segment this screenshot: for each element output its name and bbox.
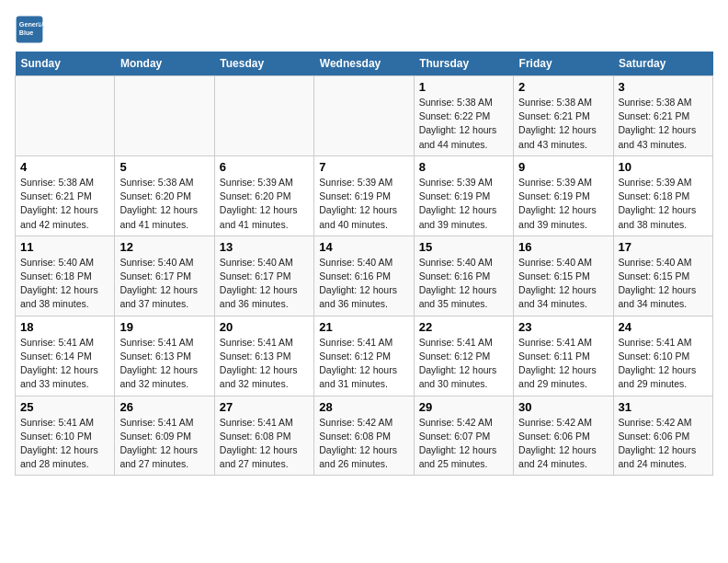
day-cell: 8Sunrise: 5:39 AM Sunset: 6:19 PM Daylig… xyxy=(414,155,513,236)
day-info: Sunrise: 5:40 AM Sunset: 6:17 PM Dayligh… xyxy=(220,257,298,310)
day-cell: 2Sunrise: 5:38 AM Sunset: 6:21 PM Daylig… xyxy=(514,76,613,156)
day-info: Sunrise: 5:38 AM Sunset: 6:21 PM Dayligh… xyxy=(20,177,98,230)
day-cell: 14Sunrise: 5:40 AM Sunset: 6:16 PM Dayli… xyxy=(314,236,414,316)
day-info: Sunrise: 5:40 AM Sunset: 6:16 PM Dayligh… xyxy=(419,257,497,310)
day-cell: 5Sunrise: 5:38 AM Sunset: 6:20 PM Daylig… xyxy=(115,155,214,236)
day-number: 26 xyxy=(119,400,209,414)
day-info: Sunrise: 5:41 AM Sunset: 6:10 PM Dayligh… xyxy=(20,417,98,470)
day-number: 2 xyxy=(518,80,608,94)
day-info: Sunrise: 5:41 AM Sunset: 6:09 PM Dayligh… xyxy=(119,417,198,470)
day-cell: 18Sunrise: 5:41 AM Sunset: 6:14 PM Dayli… xyxy=(16,316,115,396)
day-info: Sunrise: 5:41 AM Sunset: 6:14 PM Dayligh… xyxy=(20,337,98,390)
week-row-4: 18Sunrise: 5:41 AM Sunset: 6:14 PM Dayli… xyxy=(16,316,713,396)
header-cell-thursday: Thursday xyxy=(414,52,513,76)
day-info: Sunrise: 5:38 AM Sunset: 6:21 PM Dayligh… xyxy=(619,97,697,150)
day-cell: 22Sunrise: 5:41 AM Sunset: 6:12 PM Dayli… xyxy=(414,316,513,396)
day-number: 14 xyxy=(319,240,408,254)
day-cell: 3Sunrise: 5:38 AM Sunset: 6:21 PM Daylig… xyxy=(613,76,712,156)
day-info: Sunrise: 5:41 AM Sunset: 6:13 PM Dayligh… xyxy=(119,337,198,390)
day-info: Sunrise: 5:40 AM Sunset: 6:15 PM Dayligh… xyxy=(518,257,597,310)
day-number: 23 xyxy=(518,320,608,334)
svg-text:Blue: Blue xyxy=(19,29,34,37)
day-number: 9 xyxy=(518,160,608,174)
day-cell: 31Sunrise: 5:42 AM Sunset: 6:06 PM Dayli… xyxy=(613,396,712,476)
day-number: 11 xyxy=(20,240,109,254)
header-row: SundayMondayTuesdayWednesdayThursdayFrid… xyxy=(16,52,713,76)
week-row-1: 1Sunrise: 5:38 AM Sunset: 6:22 PM Daylig… xyxy=(16,76,713,156)
day-info: Sunrise: 5:42 AM Sunset: 6:06 PM Dayligh… xyxy=(619,417,697,470)
day-number: 6 xyxy=(220,160,309,174)
day-number: 21 xyxy=(319,320,408,334)
day-number: 12 xyxy=(119,240,209,254)
calendar-table: SundayMondayTuesdayWednesdayThursdayFrid… xyxy=(15,52,713,476)
day-info: Sunrise: 5:41 AM Sunset: 6:11 PM Dayligh… xyxy=(518,337,597,390)
day-info: Sunrise: 5:38 AM Sunset: 6:20 PM Dayligh… xyxy=(119,177,198,230)
day-cell: 15Sunrise: 5:40 AM Sunset: 6:16 PM Dayli… xyxy=(414,236,513,316)
day-info: Sunrise: 5:38 AM Sunset: 6:21 PM Dayligh… xyxy=(518,97,597,150)
day-number: 4 xyxy=(20,160,109,174)
day-cell: 20Sunrise: 5:41 AM Sunset: 6:13 PM Dayli… xyxy=(214,316,313,396)
day-number: 10 xyxy=(619,160,708,174)
day-number: 30 xyxy=(518,400,608,414)
day-cell xyxy=(214,76,313,156)
day-cell: 1Sunrise: 5:38 AM Sunset: 6:22 PM Daylig… xyxy=(414,76,513,156)
day-cell: 23Sunrise: 5:41 AM Sunset: 6:11 PM Dayli… xyxy=(514,316,613,396)
day-info: Sunrise: 5:41 AM Sunset: 6:12 PM Dayligh… xyxy=(419,337,497,390)
day-cell: 24Sunrise: 5:41 AM Sunset: 6:10 PM Dayli… xyxy=(613,316,712,396)
day-cell: 17Sunrise: 5:40 AM Sunset: 6:15 PM Dayli… xyxy=(613,236,712,316)
header-cell-wednesday: Wednesday xyxy=(314,52,414,76)
day-cell xyxy=(115,76,214,156)
day-cell xyxy=(314,76,414,156)
day-number: 29 xyxy=(419,400,508,414)
header-cell-tuesday: Tuesday xyxy=(214,52,313,76)
day-info: Sunrise: 5:42 AM Sunset: 6:07 PM Dayligh… xyxy=(419,417,497,470)
day-number: 15 xyxy=(419,240,508,254)
day-info: Sunrise: 5:39 AM Sunset: 6:18 PM Dayligh… xyxy=(619,177,697,230)
day-number: 24 xyxy=(619,320,708,334)
week-row-2: 4Sunrise: 5:38 AM Sunset: 6:21 PM Daylig… xyxy=(16,155,713,236)
day-number: 25 xyxy=(20,400,109,414)
day-info: Sunrise: 5:38 AM Sunset: 6:22 PM Dayligh… xyxy=(419,97,497,150)
day-cell: 13Sunrise: 5:40 AM Sunset: 6:17 PM Dayli… xyxy=(214,236,313,316)
day-cell: 25Sunrise: 5:41 AM Sunset: 6:10 PM Dayli… xyxy=(16,396,115,476)
day-cell: 16Sunrise: 5:40 AM Sunset: 6:15 PM Dayli… xyxy=(514,236,613,316)
day-info: Sunrise: 5:41 AM Sunset: 6:08 PM Dayligh… xyxy=(220,417,298,470)
day-cell: 30Sunrise: 5:42 AM Sunset: 6:06 PM Dayli… xyxy=(514,396,613,476)
day-info: Sunrise: 5:41 AM Sunset: 6:10 PM Dayligh… xyxy=(619,337,697,390)
day-cell: 28Sunrise: 5:42 AM Sunset: 6:08 PM Dayli… xyxy=(314,396,414,476)
day-number: 1 xyxy=(419,80,508,94)
day-cell: 26Sunrise: 5:41 AM Sunset: 6:09 PM Dayli… xyxy=(115,396,214,476)
day-info: Sunrise: 5:40 AM Sunset: 6:17 PM Dayligh… xyxy=(119,257,198,310)
header-cell-sunday: Sunday xyxy=(16,52,115,76)
day-number: 18 xyxy=(20,320,109,334)
day-info: Sunrise: 5:41 AM Sunset: 6:13 PM Dayligh… xyxy=(220,337,298,390)
day-info: Sunrise: 5:39 AM Sunset: 6:19 PM Dayligh… xyxy=(419,177,497,230)
day-info: Sunrise: 5:42 AM Sunset: 6:06 PM Dayligh… xyxy=(518,417,597,470)
day-cell: 12Sunrise: 5:40 AM Sunset: 6:17 PM Dayli… xyxy=(115,236,214,316)
day-cell: 11Sunrise: 5:40 AM Sunset: 6:18 PM Dayli… xyxy=(16,236,115,316)
day-number: 7 xyxy=(319,160,408,174)
day-number: 13 xyxy=(220,240,309,254)
day-number: 3 xyxy=(619,80,708,94)
header-cell-friday: Friday xyxy=(514,52,613,76)
page-header: General Blue xyxy=(15,15,713,44)
header-cell-saturday: Saturday xyxy=(613,52,712,76)
logo: General Blue xyxy=(15,15,48,44)
day-info: Sunrise: 5:40 AM Sunset: 6:16 PM Dayligh… xyxy=(319,257,397,310)
day-cell: 19Sunrise: 5:41 AM Sunset: 6:13 PM Dayli… xyxy=(115,316,214,396)
day-info: Sunrise: 5:39 AM Sunset: 6:20 PM Dayligh… xyxy=(220,177,298,230)
day-cell: 21Sunrise: 5:41 AM Sunset: 6:12 PM Dayli… xyxy=(314,316,414,396)
day-cell: 9Sunrise: 5:39 AM Sunset: 6:19 PM Daylig… xyxy=(514,155,613,236)
day-number: 16 xyxy=(518,240,608,254)
day-cell: 27Sunrise: 5:41 AM Sunset: 6:08 PM Dayli… xyxy=(214,396,313,476)
day-cell: 6Sunrise: 5:39 AM Sunset: 6:20 PM Daylig… xyxy=(214,155,313,236)
day-number: 27 xyxy=(220,400,309,414)
day-info: Sunrise: 5:40 AM Sunset: 6:18 PM Dayligh… xyxy=(20,257,98,310)
day-number: 20 xyxy=(220,320,309,334)
day-number: 31 xyxy=(619,400,708,414)
day-cell xyxy=(16,76,115,156)
day-number: 28 xyxy=(319,400,408,414)
day-cell: 4Sunrise: 5:38 AM Sunset: 6:21 PM Daylig… xyxy=(16,155,115,236)
header-cell-monday: Monday xyxy=(115,52,214,76)
day-cell: 7Sunrise: 5:39 AM Sunset: 6:19 PM Daylig… xyxy=(314,155,414,236)
